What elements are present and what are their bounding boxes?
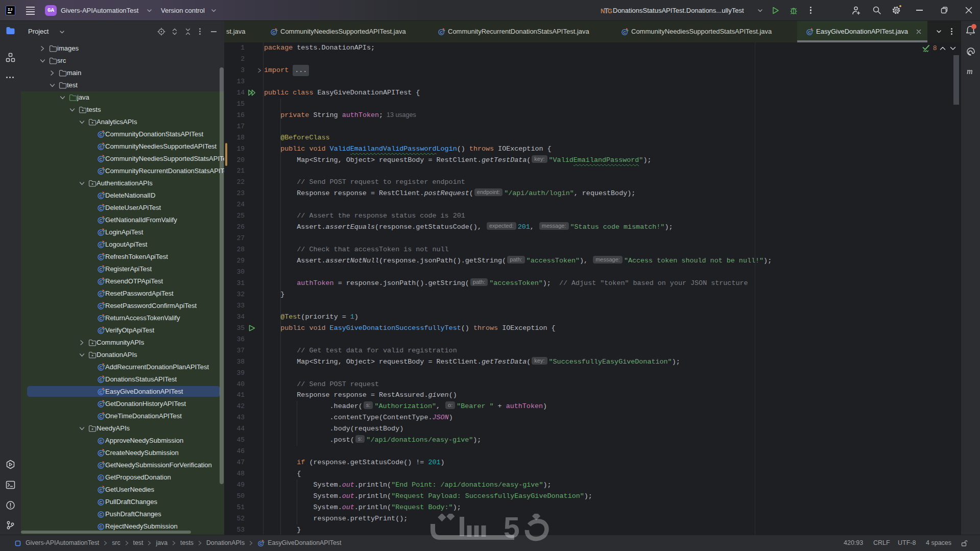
svg-text:C: C bbox=[100, 512, 103, 517]
svg-text:C: C bbox=[100, 414, 103, 419]
svg-text:C: C bbox=[100, 304, 103, 309]
svg-text:C: C bbox=[100, 439, 103, 444]
svg-text:C: C bbox=[272, 30, 275, 35]
svg-text:C: C bbox=[100, 377, 103, 382]
svg-text:C: C bbox=[100, 157, 103, 162]
svg-text:C: C bbox=[100, 451, 103, 456]
svg-text:C: C bbox=[100, 255, 103, 260]
svg-text:C: C bbox=[100, 500, 103, 505]
svg-text:C: C bbox=[100, 524, 103, 530]
svg-text:C: C bbox=[100, 218, 103, 223]
svg-text:C: C bbox=[100, 390, 103, 395]
svg-text:C: C bbox=[100, 243, 103, 248]
svg-text:C: C bbox=[100, 475, 103, 481]
svg-text:C: C bbox=[808, 30, 811, 35]
svg-text:C: C bbox=[259, 541, 262, 546]
svg-text:C: C bbox=[100, 292, 103, 297]
svg-text:C: C bbox=[100, 316, 103, 321]
svg-text:C: C bbox=[100, 488, 103, 493]
svg-text:C: C bbox=[440, 30, 443, 35]
svg-text:C: C bbox=[100, 267, 103, 272]
svg-text:C: C bbox=[100, 169, 103, 174]
svg-text:C: C bbox=[623, 30, 626, 35]
svg-text:C: C bbox=[100, 132, 103, 137]
svg-text:C: C bbox=[100, 402, 103, 407]
svg-text:C: C bbox=[100, 328, 103, 333]
svg-text:5: 5 bbox=[504, 514, 520, 544]
svg-text:C: C bbox=[100, 230, 103, 235]
svg-text:C: C bbox=[100, 365, 103, 370]
svg-text:C: C bbox=[100, 279, 103, 284]
svg-text:C: C bbox=[100, 206, 103, 211]
svg-text:C: C bbox=[100, 145, 103, 150]
svg-text:C: C bbox=[100, 463, 103, 468]
svg-text:C: C bbox=[100, 194, 103, 199]
